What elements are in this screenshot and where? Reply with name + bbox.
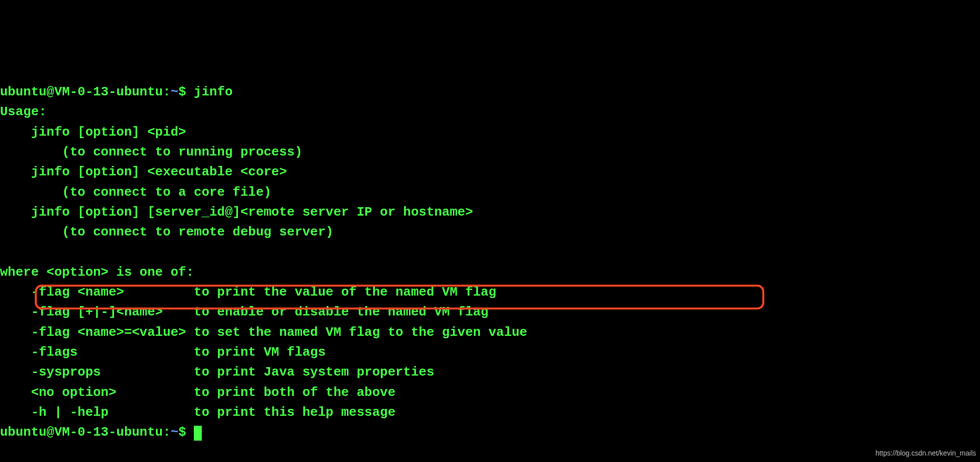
option-line: -sysprops to print Java system propertie…: [0, 365, 434, 380]
command-text: jinfo: [194, 84, 233, 99]
watermark-text: https://blog.csdn.net/kevin_mails: [876, 448, 976, 459]
option-line-highlighted: -flag [+|-]<name> to enable or disable t…: [0, 305, 489, 319]
option-line: -h | -help to print this help message: [0, 405, 396, 420]
terminal-output: ubuntu@VM-0-13-ubuntu:~$ jinfo Usage: ji…: [0, 82, 980, 442]
where-header: where <option> is one of:: [0, 265, 194, 280]
prompt-path: ~: [170, 84, 178, 99]
prompt-dollar: $: [178, 84, 194, 99]
cursor-icon[interactable]: [194, 426, 202, 441]
option-line: -flags to print VM flags: [0, 345, 326, 360]
usage-line: jinfo [option] <executable <core>: [0, 164, 287, 179]
usage-header: Usage:: [0, 104, 47, 119]
option-line: -flag <name> to print the value of the n…: [0, 285, 496, 300]
usage-line: (to connect to remote debug server): [0, 225, 333, 239]
prompt-user-host: ubuntu@VM-0-13-ubuntu: [0, 84, 163, 99]
usage-line: jinfo [option] [server_id@]<remote serve…: [0, 205, 473, 220]
usage-line: (to connect to running process): [0, 145, 303, 159]
option-line: <no option> to print both of the above: [0, 385, 396, 400]
usage-line: jinfo [option] <pid>: [0, 125, 186, 140]
option-line: -flag <name>=<value> to set the named VM…: [0, 325, 527, 340]
prompt-user-host: ubuntu@VM-0-13-ubuntu: [0, 425, 163, 440]
prompt-colon: :: [163, 84, 171, 99]
prompt-dollar: $: [178, 425, 194, 440]
prompt-colon: :: [163, 425, 171, 440]
usage-line: (to connect to a core file): [0, 185, 271, 200]
prompt-path: ~: [170, 425, 178, 440]
